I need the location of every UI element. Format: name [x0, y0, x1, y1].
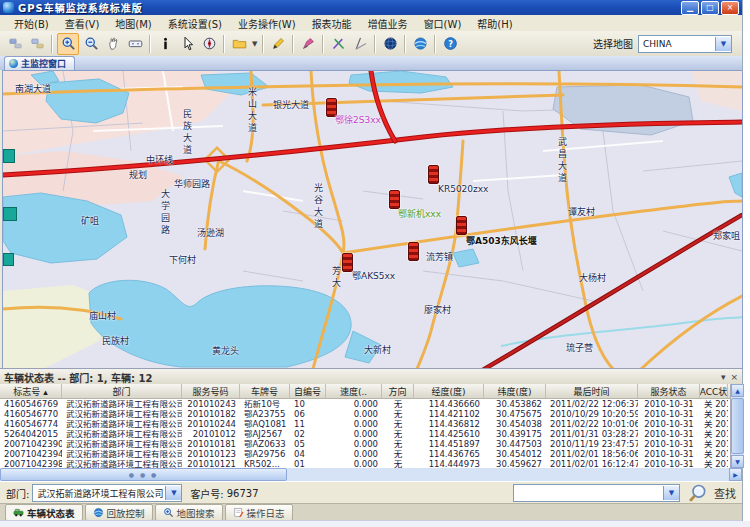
- maximize-button[interactable]: □: [701, 1, 719, 15]
- table-cell: 06: [290, 409, 326, 419]
- table-cell: 5264042015: [0, 429, 62, 439]
- table-cell: 4160546769: [0, 399, 62, 409]
- table-cell: 114.451897: [414, 439, 484, 449]
- vehicle-marker[interactable]: [408, 242, 419, 261]
- scroll-up-icon[interactable]: ▲: [731, 384, 744, 397]
- menu-item[interactable]: 系统设置(S): [160, 15, 230, 32]
- select-arrow-icon: [180, 36, 195, 51]
- column-header[interactable]: 标志号 ▴: [0, 384, 62, 398]
- menu-item[interactable]: 增值业务: [360, 15, 416, 32]
- info-icon[interactable]: [155, 34, 175, 54]
- column-header[interactable]: 最后时间: [546, 384, 638, 398]
- bottom-tab-操作日志[interactable]: 操作日志: [225, 504, 293, 521]
- column-header[interactable]: 车牌号: [240, 384, 290, 398]
- title-bar: GPS车辆监控系统标准版 ▁ □ ×: [0, 0, 742, 15]
- menu-item[interactable]: 窗口(W): [416, 15, 470, 32]
- table-cell: 无: [382, 449, 414, 459]
- table-row[interactable]: 20071042390武汉拓新道路环境工程有限公司201010181鄂AZ063…: [0, 439, 730, 449]
- dept-combobox[interactable]: 武汉拓新道路环境工程有限公司 ▼: [32, 484, 182, 502]
- table-row[interactable]: 4160546770武汉拓新道路环境工程有限公司201010182鄂A23755…: [0, 409, 730, 419]
- close-button[interactable]: ×: [721, 1, 739, 15]
- table-row[interactable]: 4160546774武汉拓新道路环境工程有限公司201010244鄂AQ1081…: [0, 419, 730, 429]
- measure-icon[interactable]: [125, 34, 145, 54]
- menu-item[interactable]: 开始(B): [6, 15, 57, 32]
- menu-item[interactable]: 帮助(H): [469, 15, 520, 32]
- table-cell: 20101012: [182, 429, 240, 439]
- map-place-label: 郑家咀: [713, 232, 740, 241]
- map-view[interactable]: 南湖大道米山大道银光大道民族大道武昌大道中环线规划华师园路大学园路光谷大道矿咀汤…: [2, 70, 743, 370]
- chevron-down-icon[interactable]: ▼: [252, 40, 257, 48]
- zoom-out-icon[interactable]: [81, 34, 101, 54]
- ruler-icon[interactable]: [350, 34, 370, 54]
- horizontal-scrollbar[interactable]: ● ● ● ▶: [0, 468, 742, 481]
- vehicle-marker[interactable]: [428, 165, 439, 184]
- search-icon: [688, 483, 708, 503]
- vehicle-marker[interactable]: [456, 216, 467, 235]
- menu-item[interactable]: 查看(V): [57, 15, 108, 32]
- menu-item[interactable]: 报表功能: [304, 15, 360, 32]
- vehicle-monitor-icon[interactable]: [5, 34, 25, 54]
- column-header[interactable]: 自编号: [290, 384, 326, 398]
- globe-blue-icon[interactable]: [410, 34, 430, 54]
- zoom-out-icon: [84, 36, 99, 51]
- table-row[interactable]: 4160546769武汉拓新道路环境工程有限公司201010243拓新10号10…: [0, 399, 730, 409]
- chevron-down-icon[interactable]: ▼: [663, 486, 679, 500]
- column-header[interactable]: ACC状: [700, 384, 728, 398]
- scroll-right-icon[interactable]: ▶: [729, 468, 742, 481]
- bottom-tab-地图搜索[interactable]: 地图搜索: [155, 504, 223, 521]
- column-header[interactable]: 服务状态: [638, 384, 700, 398]
- tools-icon[interactable]: [328, 34, 348, 54]
- minimize-button[interactable]: ▁: [681, 1, 699, 15]
- map-place-label: 琉子营: [566, 344, 593, 353]
- table-cell: 2010-10-31: [638, 409, 700, 419]
- vertical-scrollbar[interactable]: ▲ ▼: [730, 384, 744, 468]
- pan-hand-icon: [106, 36, 121, 51]
- marker-pen-icon[interactable]: [298, 34, 318, 54]
- table-row[interactable]: 20071042394武汉拓新道路环境工程有限公司201010123鄂A2975…: [0, 449, 730, 459]
- vehicle-marker[interactable]: [342, 253, 353, 272]
- tab-main-monitor[interactable]: 主监控窗口: [4, 56, 75, 70]
- column-header[interactable]: 部门: [62, 384, 182, 398]
- bottom-tab-回放控制[interactable]: 回放控制: [85, 504, 153, 521]
- zoom-in-icon[interactable]: [57, 33, 79, 55]
- bottom-tab-车辆状态表[interactable]: 车辆状态表: [5, 504, 83, 521]
- draw-pencil-icon[interactable]: [268, 34, 288, 54]
- search-combobox[interactable]: ▼: [513, 484, 680, 502]
- menu-item[interactable]: 地图(M): [107, 15, 159, 32]
- column-header[interactable]: 经度(度): [414, 384, 484, 398]
- table-cell: 2010-10-31: [638, 399, 700, 409]
- vehicle-marker[interactable]: [389, 190, 400, 209]
- horizontal-scroll-thumb[interactable]: ● ● ●: [0, 468, 287, 481]
- table-cell: 2011/01/31 03:28:27: [546, 429, 638, 439]
- help-icon[interactable]: [440, 34, 460, 54]
- close-panel-icon[interactable]: ×: [730, 372, 738, 382]
- vertical-scroll-thumb[interactable]: [731, 398, 744, 454]
- column-header[interactable]: 速度(..: [326, 384, 382, 398]
- column-header[interactable]: 纬度(度): [484, 384, 546, 398]
- find-button[interactable]: 查找: [688, 483, 736, 503]
- table-cell: 30.454038: [484, 419, 546, 429]
- chevron-down-icon[interactable]: ▼: [165, 486, 181, 500]
- vehicle-plate-label: KR5020zxx: [438, 185, 488, 194]
- menu-item[interactable]: 业务操作(W): [230, 15, 304, 32]
- app-icon: [3, 2, 14, 13]
- vehicle-status-table[interactable]: 标志号 ▴部门服务号码车牌号自编号速度(..方向经度(度)纬度(度)最后时间服务…: [0, 384, 730, 468]
- vehicle-track-icon[interactable]: [27, 34, 47, 54]
- globe-icon: [9, 59, 18, 68]
- compass-icon[interactable]: [199, 34, 219, 54]
- column-header[interactable]: 方向: [382, 384, 414, 398]
- globe-dark-icon[interactable]: [380, 34, 400, 54]
- chevron-down-icon[interactable]: ▼: [715, 37, 731, 51]
- horizontal-scroll-track[interactable]: [287, 468, 729, 481]
- layers-folder-icon[interactable]: [229, 34, 249, 54]
- table-cell: 30.475675: [484, 409, 546, 419]
- column-header[interactable]: 服务号码: [182, 384, 240, 398]
- pan-hand-icon[interactable]: [103, 34, 123, 54]
- table-cell: 2010-10-31: [638, 429, 700, 439]
- globe-dark-icon: [383, 36, 398, 51]
- table-row[interactable]: 5264042015武汉拓新道路环境工程有限公司20101012鄂AJ25670…: [0, 429, 730, 439]
- pin-icon[interactable]: ▾: [721, 372, 726, 382]
- map-select-combobox[interactable]: CHINA ▼: [638, 35, 732, 53]
- select-arrow-icon[interactable]: [177, 34, 197, 54]
- scroll-down-icon[interactable]: ▼: [731, 455, 744, 468]
